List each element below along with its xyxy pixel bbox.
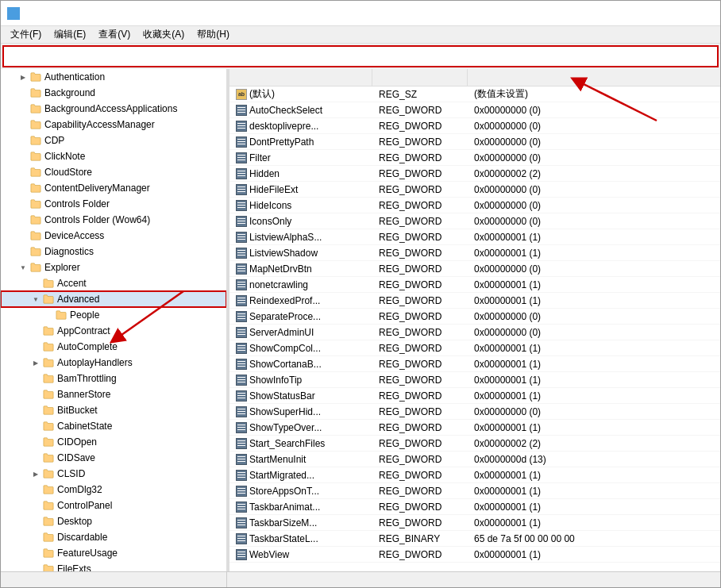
- tree-item-clsid[interactable]: CLSID: [1, 466, 226, 482]
- registry-row[interactable]: ShowCompCol... REG_DWORD 0x00000001 (1): [229, 340, 720, 356]
- tree-item-disc[interactable]: Discardable: [1, 529, 226, 545]
- registry-row[interactable]: Start_SearchFiles REG_DWORD 0x00000002 (…: [229, 436, 720, 452]
- reg-type: REG_DWORD: [372, 422, 468, 433]
- registry-row[interactable]: TaskbarAnimat... REG_DWORD 0x00000001 (1…: [229, 499, 720, 515]
- registry-row[interactable]: ShowTypeOver... REG_DWORD 0x00000001 (1): [229, 420, 720, 436]
- col-header-type[interactable]: [372, 69, 468, 86]
- tree-item-bgapp[interactable]: BackgroundAccessApplications: [1, 101, 226, 117]
- menu-favorites[interactable]: 收藏夹(A): [137, 26, 191, 43]
- tree-panel[interactable]: Authentication Background BackgroundAcce…: [1, 69, 227, 571]
- registry-row[interactable]: ShowCortanaB... REG_DWORD 0x00000001 (1): [229, 356, 720, 372]
- registry-row[interactable]: Hidden REG_DWORD 0x00000002 (2): [229, 166, 720, 182]
- registry-row[interactable]: StartMenuInit REG_DWORD 0x0000000d (13): [229, 452, 720, 467]
- toggle-icon[interactable]: [17, 71, 29, 83]
- address-bar[interactable]: [2, 45, 719, 67]
- registry-row[interactable]: WebView REG_DWORD 0x00000001 (1): [229, 547, 720, 563]
- tree-item-fe[interactable]: FileExts: [1, 561, 226, 571]
- folder-icon: [42, 420, 55, 432]
- registry-row[interactable]: HideIcons REG_DWORD 0x00000000 (0): [229, 198, 720, 213]
- menu-file[interactable]: 文件(F): [4, 26, 48, 43]
- registry-row[interactable]: TaskbarStateL... REG_BINARY 65 de 7a 5f …: [229, 531, 720, 547]
- toggle-icon[interactable]: [29, 356, 42, 369]
- tree-item-cam[interactable]: CapabilityAccessManager: [1, 117, 226, 133]
- tree-item-cloudstore[interactable]: CloudStore: [1, 164, 226, 180]
- registry-row[interactable]: ListviewAlphaS... REG_DWORD 0x00000001 (…: [229, 229, 720, 245]
- reg-name: ShowInfoTip: [229, 375, 372, 386]
- reg-data: 0x00000000 (0): [468, 216, 720, 227]
- tree-item-advanced[interactable]: Advanced: [1, 291, 226, 307]
- toggle-icon[interactable]: [17, 261, 29, 274]
- tree-item-bitbucket[interactable]: BitBucket: [1, 402, 226, 418]
- registry-row[interactable]: MapNetDrvBtn REG_DWORD 0x00000000 (0): [229, 261, 720, 277]
- tree-item-cf[interactable]: Controls Folder: [1, 196, 226, 212]
- registry-row[interactable]: StoreAppsOnT... REG_DWORD 0x00000001 (1): [229, 483, 720, 499]
- tree-item-explorer[interactable]: Explorer: [1, 259, 226, 275]
- maximize-button[interactable]: [641, 1, 677, 26]
- registry-data[interactable]: ab (默认) REG_SZ (数值未设置) AutoCheckSelect R…: [229, 86, 720, 571]
- registry-row[interactable]: ServerAdminUI REG_DWORD 0x00000000 (0): [229, 325, 720, 340]
- registry-row[interactable]: HideFileExt REG_DWORD 0x00000000 (0): [229, 182, 720, 198]
- tree-item-clicknote[interactable]: ClickNote: [1, 148, 226, 164]
- menu-edit[interactable]: 编辑(E): [48, 26, 92, 43]
- registry-row[interactable]: TaskbarSizeM... REG_DWORD 0x00000001 (1): [229, 515, 720, 531]
- tree-item-cf64[interactable]: Controls Folder (Wow64): [1, 212, 226, 228]
- toggle-icon[interactable]: [29, 467, 42, 480]
- reg-type: REG_DWORD: [372, 152, 468, 163]
- tree-item-comdlg[interactable]: ComDlg32: [1, 482, 226, 498]
- registry-row[interactable]: IconsOnly REG_DWORD 0x00000000 (0): [229, 213, 720, 229]
- tree-item-fu[interactable]: FeatureUsage: [1, 545, 226, 561]
- tree-item-cdp[interactable]: CDP: [1, 133, 226, 148]
- tree-item-autocomplete[interactable]: AutoComplete: [1, 339, 226, 355]
- minimize-button[interactable]: [604, 1, 641, 26]
- tree-item-cp[interactable]: ControlPanel: [1, 498, 226, 513]
- tree-item-cidsave[interactable]: CIDSave: [1, 450, 226, 466]
- reg-name: ShowSuperHid...: [229, 406, 372, 417]
- status-bar: [1, 571, 720, 587]
- folder-icon: [42, 388, 55, 401]
- tree-item-auth[interactable]: Authentication: [1, 69, 226, 85]
- tree-item-desktop[interactable]: Desktop: [1, 513, 226, 529]
- registry-row[interactable]: ShowInfoTip REG_DWORD 0x00000001 (1): [229, 372, 720, 388]
- toggle-icon[interactable]: [29, 293, 42, 306]
- tree-item-cidopen[interactable]: CIDOpen: [1, 434, 226, 450]
- tree-item-diag[interactable]: Diagnostics: [1, 244, 226, 259]
- registry-row[interactable]: SeparateProce... REG_DWORD 0x00000000 (0…: [229, 309, 720, 325]
- tree-item-bam[interactable]: BamThrottling: [1, 371, 226, 386]
- reg-data: 0x00000001 (1): [468, 359, 720, 370]
- registry-row[interactable]: StartMigrated... REG_DWORD 0x00000001 (1…: [229, 467, 720, 483]
- registry-row[interactable]: ShowSuperHid... REG_DWORD 0x00000000 (0): [229, 404, 720, 420]
- col-header-data[interactable]: [468, 69, 720, 86]
- tree-item-accent[interactable]: Accent: [1, 275, 226, 291]
- tree-item-people[interactable]: People: [1, 307, 226, 323]
- tree-item-cdm[interactable]: ContentDeliveryManager: [1, 180, 226, 196]
- tree-item-banner[interactable]: BannerStore: [1, 386, 226, 402]
- tree-item-autoplay[interactable]: AutoplayHandlers: [1, 355, 226, 371]
- tree-item-appcontract[interactable]: AppContract: [1, 323, 226, 339]
- registry-row[interactable]: ab (默认) REG_SZ (数值未设置): [229, 86, 720, 102]
- tree-item-bg[interactable]: Background: [1, 85, 226, 101]
- registry-row[interactable]: Filter REG_DWORD 0x00000000 (0): [229, 150, 720, 166]
- registry-row[interactable]: AutoCheckSelect REG_DWORD 0x00000000 (0): [229, 102, 720, 118]
- tree-item-da[interactable]: DeviceAccess: [1, 228, 226, 244]
- folder-icon: [29, 213, 42, 226]
- reg-data: 0x00000000 (0): [468, 136, 720, 148]
- registry-row[interactable]: ReindexedProf... REG_DWORD 0x00000001 (1…: [229, 293, 720, 309]
- reg-dword-icon: [236, 406, 247, 417]
- registry-row[interactable]: ListviewShadow REG_DWORD 0x00000001 (1): [229, 245, 720, 261]
- registry-row[interactable]: nonetcrawling REG_DWORD 0x00000001 (1): [229, 277, 720, 293]
- toggle-icon: [29, 372, 42, 385]
- col-header-name[interactable]: [229, 69, 372, 86]
- registry-row[interactable]: DontPrettyPath REG_DWORD 0x00000000 (0): [229, 134, 720, 150]
- tree-label: FeatureUsage: [57, 548, 118, 559]
- menu-help[interactable]: 帮助(H): [191, 26, 236, 43]
- registry-row[interactable]: ShowStatusBar REG_DWORD 0x00000001 (1): [229, 388, 720, 404]
- reg-dword-icon: [236, 517, 247, 528]
- registry-row[interactable]: desktoplivepre... REG_DWORD 0x00000000 (…: [229, 118, 720, 134]
- menu-view[interactable]: 查看(V): [92, 26, 137, 43]
- reg-name: IconsOnly: [229, 216, 372, 227]
- close-button[interactable]: [677, 1, 714, 26]
- tree-item-cabinet[interactable]: CabinetState: [1, 418, 226, 434]
- reg-name: SeparateProce...: [229, 311, 372, 322]
- reg-dword-icon: [236, 279, 247, 290]
- reg-name: ShowStatusBar: [229, 390, 372, 402]
